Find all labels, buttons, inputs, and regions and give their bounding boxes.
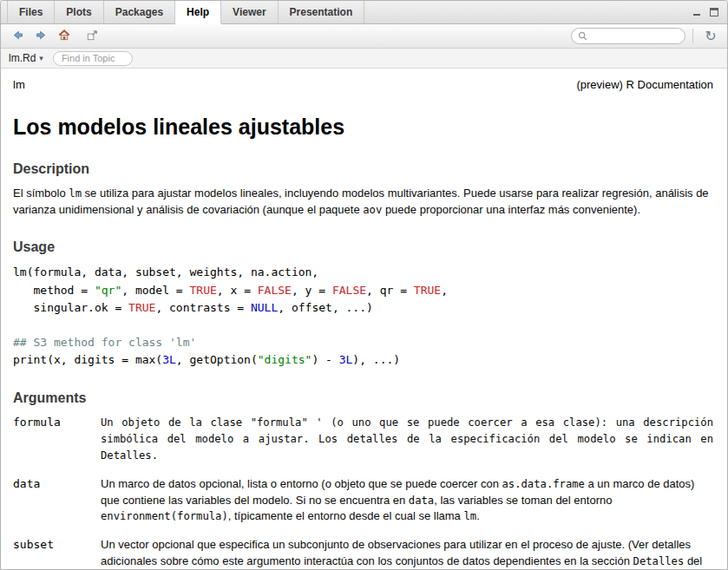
maximize-icon [710,6,718,19]
tab-plots[interactable]: Plots [55,1,103,23]
argument-term: data [13,476,101,525]
help-content: lm (preview) R Documentation Los modelos… [1,69,727,569]
topic-selector[interactable]: lm.Rd ▾ [9,52,43,64]
argument-term: formula [13,415,101,464]
tab-packages[interactable]: Packages [104,1,175,23]
tab-viewer[interactable]: Viewer [221,1,278,23]
inline-code: lm [463,510,476,522]
tab-help[interactable]: Help [175,1,221,23]
help-pane: FilesPlotsPackagesHelpViewerPresentation [0,0,728,570]
pane-tabbar: FilesPlotsPackagesHelpViewerPresentation [1,1,727,24]
topic-bar: lm.Rd ▾ [1,49,727,69]
code-line [13,317,713,334]
page-title: Los modelos lineales ajustables [13,115,713,140]
toolbar-separator [692,29,693,43]
inline-code: aov [363,204,382,216]
search-box [571,28,685,44]
inline-code: Detalles [633,555,685,567]
description-paragraph: El símbolo lm se utiliza para ajustar mo… [13,186,713,218]
popout-button[interactable] [82,27,102,46]
topic-label: lm.Rd [9,52,36,64]
argument-row: dataUn marco de datos opcional, lista o … [13,476,713,525]
search-input[interactable] [592,30,679,43]
code-line: singular.ok = TRUE, contrasts = NULL, of… [13,299,713,317]
section-heading-arguments: Arguments [13,390,713,406]
inline-code: lm [69,187,82,200]
back-button[interactable] [7,27,28,46]
home-icon [57,29,71,44]
arguments-table: formulaUn objeto de la clase "formula" '… [13,415,713,569]
section-heading-description: Description [13,161,713,177]
doc-type-label: (preview) R Documentation [576,78,713,91]
chevron-down-icon: ▾ [39,54,43,62]
minimize-button[interactable] [691,7,702,18]
refresh-icon: ↻ [705,29,716,43]
code-line: ## S3 method for class 'lm' [13,334,713,351]
argument-definition: Un objeto de la clase "formula" ' (o uno… [101,415,713,464]
tab-presentation[interactable]: Presentation [279,1,365,23]
forward-button[interactable] [30,27,51,46]
minimize-icon [692,6,701,19]
argument-definition: Un vector opcional que especifica un sub… [101,537,713,569]
home-button[interactable] [54,27,75,46]
code-line: lm(formula, data, subset, weights, na.ac… [13,264,713,281]
forward-arrow-icon [35,29,48,44]
refresh-button[interactable]: ↻ [700,27,721,46]
code-line: method = "qr", model = TRUE, x = FALSE, … [13,282,713,299]
tab-files[interactable]: Files [7,1,55,23]
window-controls [691,1,727,23]
argument-row: subsetUn vector opcional que especifica … [13,537,713,569]
doc-header: lm (preview) R Documentation [13,78,713,91]
argument-row: formulaUn objeto de la clase "formula" '… [13,415,713,464]
help-toolbar: ↻ [1,24,727,49]
argument-term: subset [13,537,101,569]
package-label: lm [13,78,25,91]
argument-definition: Un marco de datos opcional, lista o ento… [101,476,713,525]
code-line: print(x, digits = max(3L, getOption("dig… [13,351,713,369]
inline-code: as.data.frame [502,478,585,490]
inline-code: Un objeto de la clase "formula" ' (o uno… [101,416,713,462]
inline-code: environment(formula) [101,510,228,522]
section-heading-usage: Usage [13,239,713,255]
maximize-button[interactable] [708,7,719,18]
back-arrow-icon [11,29,24,44]
search-icon [578,29,587,44]
pane-tabs: FilesPlotsPackagesHelpViewerPresentation [7,1,364,23]
usage-code: lm(formula, data, subset, weights, na.ac… [13,264,713,369]
inline-code: data [409,495,434,507]
find-in-topic-input[interactable] [53,51,133,66]
popout-icon [86,29,99,44]
